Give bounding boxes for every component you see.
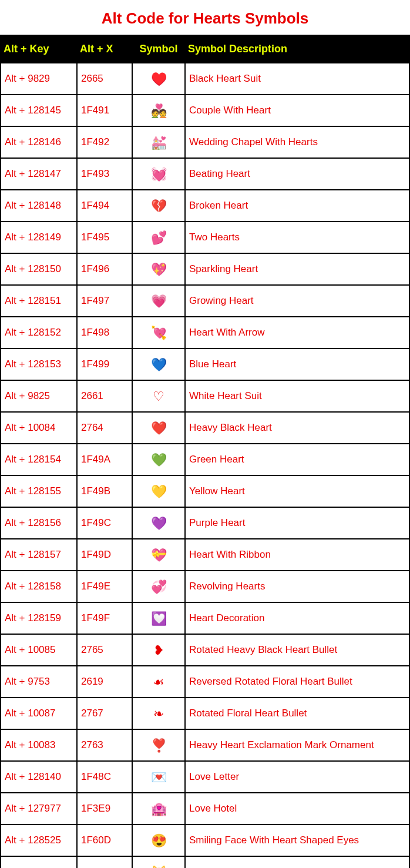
header-symbol: Symbol — [132, 35, 185, 63]
cell-alt-key: Alt + 128146 — [1, 126, 77, 158]
table-row: Alt + 97532619☙Reversed Rotated Floral H… — [1, 666, 409, 698]
cell-symbol: ❣ — [132, 729, 185, 761]
cell-symbol: 💕 — [132, 222, 185, 253]
cell-alt-x: 1F48C — [77, 761, 132, 793]
cell-symbol: 💚 — [132, 444, 185, 475]
cell-alt-x: 2765 — [77, 634, 132, 666]
cell-symbol: ❧ — [132, 698, 185, 729]
cell-alt-key: Alt + 9829 — [1, 63, 77, 95]
cell-alt-key: Alt + 128140 — [1, 761, 77, 793]
table-row: Alt + 1285711F63B😻Smiling Cat Face With … — [1, 856, 409, 868]
cell-alt-key: Alt + 128158 — [1, 571, 77, 602]
cell-alt-x: 1F3E9 — [77, 793, 132, 825]
cell-alt-key: Alt + 127977 — [1, 793, 77, 825]
cell-alt-x: 2661 — [77, 380, 132, 412]
cell-alt-key: Alt + 128150 — [1, 253, 77, 285]
cell-description: Rotated Floral Heart Bullet — [185, 698, 409, 729]
table-row: Alt + 1281481F494💔Broken Heart — [1, 190, 409, 222]
cell-symbol: 💒 — [132, 126, 185, 158]
cell-alt-key: Alt + 128145 — [1, 95, 77, 126]
cell-description: Revolving Hearts — [185, 571, 409, 602]
table-row: Alt + 1285251F60D😍Smiling Face With Hear… — [1, 825, 409, 856]
table-row: Alt + 1281501F496💖Sparkling Heart — [1, 253, 409, 285]
table-row: Alt + 1281571F49D💝Heart With Ribbon — [1, 539, 409, 571]
cell-alt-x: 1F49A — [77, 444, 132, 475]
cell-symbol: ♡ — [132, 380, 185, 412]
cell-description: Smiling Face With Heart Shaped Eyes — [185, 825, 409, 856]
table-row: Alt + 98292665♥Black Heart Suit — [1, 63, 409, 95]
cell-alt-x: 1F495 — [77, 222, 132, 253]
cell-alt-x: 2767 — [77, 698, 132, 729]
cell-symbol: 💌 — [132, 761, 185, 793]
cell-symbol: 💗 — [132, 285, 185, 317]
cell-description: Two Hearts — [185, 222, 409, 253]
cell-alt-x: 1F63B — [77, 856, 132, 868]
cell-alt-x: 2764 — [77, 412, 132, 444]
cell-alt-key: Alt + 128157 — [1, 539, 77, 571]
cell-description: Sparkling Heart — [185, 253, 409, 285]
cell-alt-key: Alt + 10083 — [1, 729, 77, 761]
table-row: Alt + 1281491F495💕Two Hearts — [1, 222, 409, 253]
page-title: Alt Code for Hearts Symbols — [0, 0, 410, 35]
table-row: Alt + 1281541F49A💚Green Heart — [1, 444, 409, 475]
cell-symbol: 💑 — [132, 95, 185, 126]
cell-alt-x: 1F497 — [77, 285, 132, 317]
cell-symbol: 💛 — [132, 475, 185, 507]
cell-alt-key: Alt + 128152 — [1, 317, 77, 348]
cell-alt-x: 1F49B — [77, 475, 132, 507]
cell-symbol: 💖 — [132, 253, 185, 285]
cell-description: Blue Heart — [185, 348, 409, 380]
table-row: Alt + 100852765❥Rotated Heavy Black Hear… — [1, 634, 409, 666]
cell-description: Love Letter — [185, 761, 409, 793]
cell-symbol: 🏩 — [132, 793, 185, 825]
cell-alt-x: 2763 — [77, 729, 132, 761]
cell-symbol: ❤ — [132, 412, 185, 444]
table-row: Alt + 1281521F498💘Heart With Arrow — [1, 317, 409, 348]
table-row: Alt + 1281591F49F💟Heart Decoration — [1, 602, 409, 634]
cell-alt-key: Alt + 128154 — [1, 444, 77, 475]
table-row: Alt + 1281561F49C💜Purple Heart — [1, 507, 409, 539]
cell-alt-key: Alt + 10084 — [1, 412, 77, 444]
cell-alt-key: Alt + 128155 — [1, 475, 77, 507]
cell-description: Black Heart Suit — [185, 63, 409, 95]
table-header-row: Alt + Key Alt + X Symbol Symbol Descript… — [1, 35, 409, 63]
cell-alt-key: Alt + 10085 — [1, 634, 77, 666]
cell-symbol: 💙 — [132, 348, 185, 380]
table-row: Alt + 1279771F3E9🏩Love Hotel — [1, 793, 409, 825]
cell-description: Beating Heart — [185, 158, 409, 190]
cell-alt-x: 1F492 — [77, 126, 132, 158]
cell-alt-x: 1F60D — [77, 825, 132, 856]
table-row: Alt + 1281511F497💗Growing Heart — [1, 285, 409, 317]
cell-alt-x: 1F49D — [77, 539, 132, 571]
cell-symbol: 😍 — [132, 825, 185, 856]
cell-alt-key: Alt + 128148 — [1, 190, 77, 222]
cell-alt-key: Alt + 128147 — [1, 158, 77, 190]
cell-description: Reversed Rotated Floral Heart Bullet — [185, 666, 409, 698]
cell-description: Smiling Cat Face With Heart Shaped Eyes — [185, 856, 409, 868]
cell-description: Heavy Heart Exclamation Mark Ornament — [185, 729, 409, 761]
cell-symbol: ❥ — [132, 634, 185, 666]
cell-symbol: ♥ — [132, 63, 185, 95]
cell-alt-x: 2619 — [77, 666, 132, 698]
table-row: Alt + 1281401F48C💌Love Letter — [1, 761, 409, 793]
cell-description: Broken Heart — [185, 190, 409, 222]
cell-description: Rotated Heavy Black Heart Bullet — [185, 634, 409, 666]
cell-symbol: 😻 — [132, 856, 185, 868]
cell-alt-x: 2665 — [77, 63, 132, 95]
table-row: Alt + 1281471F493💓Beating Heart — [1, 158, 409, 190]
cell-description: Wedding Chapel With Hearts — [185, 126, 409, 158]
cell-description: Green Heart — [185, 444, 409, 475]
table-row: Alt + 1281451F491💑Couple With Heart — [1, 95, 409, 126]
cell-description: Purple Heart — [185, 507, 409, 539]
cell-description: Heart With Arrow — [185, 317, 409, 348]
table-row: Alt + 100872767❧Rotated Floral Heart Bul… — [1, 698, 409, 729]
cell-alt-x: 1F49E — [77, 571, 132, 602]
cell-alt-key: Alt + 10087 — [1, 698, 77, 729]
table-row: Alt + 100842764❤Heavy Black Heart — [1, 412, 409, 444]
cell-alt-key: Alt + 128149 — [1, 222, 77, 253]
cell-alt-key: Alt + 128571 — [1, 856, 77, 868]
cell-symbol: 💝 — [132, 539, 185, 571]
cell-description: Heart Decoration — [185, 602, 409, 634]
cell-alt-key: Alt + 128153 — [1, 348, 77, 380]
table-row: Alt + 1281551F49B💛Yellow Heart — [1, 475, 409, 507]
